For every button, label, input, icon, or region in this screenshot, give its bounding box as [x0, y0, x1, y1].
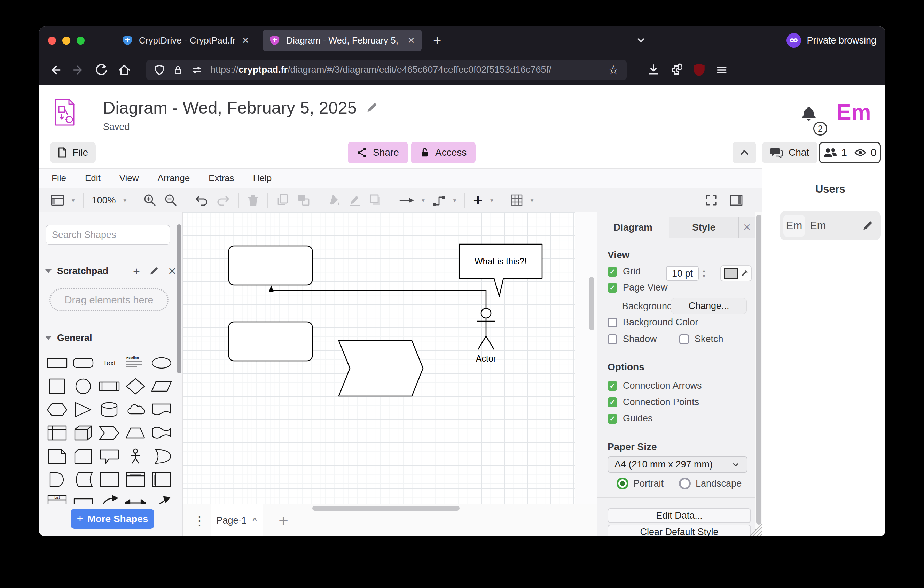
shape-curve[interactable] — [98, 495, 120, 504]
to-back-icon[interactable] — [297, 194, 310, 206]
menu-extras[interactable]: Extras — [208, 173, 234, 183]
list-all-tabs-chevron-icon[interactable] — [633, 33, 648, 48]
zoom-in-icon[interactable] — [144, 194, 157, 207]
shape-actor[interactable] — [124, 448, 147, 465]
canvas-rounded-rect-top[interactable] — [229, 246, 312, 285]
change-background-button[interactable]: Change... — [671, 298, 747, 314]
shape-cube[interactable] — [72, 424, 94, 441]
sidebar-scrollbar[interactable] — [177, 224, 182, 373]
menu-hamburger-icon[interactable] — [715, 63, 728, 77]
permissions-icon[interactable] — [191, 64, 203, 76]
shadow-icon[interactable] — [369, 194, 382, 207]
new-tab-button[interactable]: + — [428, 33, 446, 48]
tab-diagram-active[interactable]: Diagram - Wed, February 5, 202 ✕ — [262, 30, 422, 51]
to-front-icon[interactable] — [276, 194, 289, 206]
menu-file[interactable]: File — [51, 173, 66, 183]
zoom-level[interactable]: 100% — [92, 195, 116, 206]
shape-hexagon[interactable] — [46, 401, 68, 418]
shape-step[interactable] — [98, 424, 120, 441]
shape-square[interactable] — [46, 378, 68, 395]
shape-card[interactable] — [72, 448, 94, 465]
insert-plus-icon[interactable]: + — [473, 195, 483, 205]
grid-size-stepper[interactable]: ▲▼ — [700, 266, 708, 281]
menu-arrange[interactable]: Arrange — [158, 173, 190, 183]
landscape-radio[interactable] — [679, 477, 691, 489]
tab-cryptdrive[interactable]: CryptDrive - CryptPad.fr ✕ — [115, 30, 256, 51]
scratchpad-edit-pencil-icon[interactable] — [149, 266, 159, 276]
canvas-vertical-scrollbar[interactable] — [589, 277, 594, 330]
access-button[interactable]: Access — [411, 142, 475, 164]
shape-and[interactable] — [46, 471, 68, 488]
menu-help[interactable]: Help — [253, 173, 272, 183]
notifications-bell-icon[interactable] — [800, 106, 817, 124]
macos-zoom-button[interactable] — [77, 36, 84, 45]
waypoint-style-icon[interactable] — [432, 194, 446, 207]
url-bar[interactable]: https://cryptpad.fr/diagram/#/3/diagram/… — [146, 59, 627, 81]
user-avatar[interactable]: Em — [783, 215, 805, 237]
clear-default-style-button[interactable]: Clear Default Style — [607, 525, 751, 537]
macos-minimize-button[interactable] — [62, 36, 70, 45]
bookmark-star-icon[interactable]: ☆ — [608, 63, 619, 77]
shape-trapezoid[interactable] — [124, 424, 147, 441]
tab-style[interactable]: Style — [669, 217, 738, 238]
shape-rounded-rectangle[interactable] — [72, 355, 94, 371]
delete-trash-icon[interactable] — [247, 194, 259, 206]
macos-close-button[interactable] — [48, 36, 56, 45]
shape-tape[interactable] — [150, 424, 173, 441]
canvas-step-shape[interactable] — [339, 341, 423, 396]
general-section-header[interactable]: General — [39, 328, 183, 348]
search-input[interactable] — [52, 230, 175, 240]
connection-points-checkbox[interactable]: ✓ — [607, 398, 617, 407]
shape-triangle[interactable] — [72, 401, 94, 418]
grid-color-button[interactable] — [720, 266, 752, 281]
forward-icon[interactable] — [72, 63, 85, 77]
file-menu-button[interactable]: File — [50, 142, 96, 163]
shape-list[interactable]: List — [46, 495, 68, 504]
line-color-icon[interactable] — [348, 194, 361, 207]
shape-textbox[interactable]: Heading — [124, 355, 147, 371]
shape-document[interactable] — [150, 401, 173, 418]
caret-down-icon[interactable]: ▾ — [124, 197, 127, 204]
caret-down-icon[interactable]: ▾ — [531, 197, 534, 204]
shape-arrow[interactable] — [150, 495, 173, 504]
tab-diagram[interactable]: Diagram — [597, 217, 669, 238]
canvas-rounded-rect-bottom[interactable] — [229, 322, 312, 361]
home-icon[interactable] — [118, 63, 131, 77]
view-layout-icon[interactable] — [51, 195, 64, 206]
fullscreen-icon[interactable] — [705, 194, 718, 207]
sketch-checkbox[interactable] — [679, 334, 689, 344]
shape-vertical-container[interactable] — [124, 471, 147, 488]
scratchpad-close-icon[interactable]: ✕ — [168, 265, 177, 277]
connection-arrow-icon[interactable] — [399, 196, 414, 205]
undo-icon[interactable] — [195, 194, 208, 206]
grid-size-input[interactable]: 10 pt — [666, 266, 699, 281]
shape-cylinder[interactable] — [98, 401, 120, 418]
page-view-checkbox[interactable]: ✓ — [607, 283, 617, 292]
shape-note[interactable] — [46, 448, 68, 465]
guides-checkbox[interactable]: ✓ — [607, 414, 617, 424]
shape-ellipse[interactable] — [150, 355, 173, 371]
back-icon[interactable] — [49, 63, 62, 77]
diagram-canvas[interactable]: What is this?! Actor — [183, 213, 597, 504]
format-scrollbar[interactable] — [756, 215, 761, 525]
canvas-connector[interactable] — [271, 290, 486, 308]
edit-user-pencil-icon[interactable] — [862, 220, 873, 231]
shape-internal-storage[interactable] — [46, 424, 68, 441]
add-page-button[interactable]: + — [271, 504, 295, 537]
zoom-out-icon[interactable] — [164, 194, 178, 207]
shape-cloud[interactable] — [124, 401, 147, 418]
downloads-icon[interactable] — [647, 63, 660, 77]
tracking-protection-shield-icon[interactable] — [154, 64, 165, 76]
chat-button[interactable]: Chat — [762, 142, 817, 164]
shape-circle[interactable] — [72, 378, 94, 395]
presence-indicator[interactable]: 1 0 — [819, 142, 881, 164]
tab-close-icon[interactable]: ✕ — [242, 35, 249, 46]
canv as-horizontal-scrollbar[interactable] — [312, 506, 460, 511]
shadow-checkbox[interactable] — [607, 334, 617, 344]
portrait-radio[interactable] — [617, 477, 629, 489]
caret-down-icon[interactable]: ▾ — [72, 197, 75, 204]
caret-down-icon[interactable]: ▾ — [453, 197, 456, 204]
shape-text[interactable]: Text — [98, 355, 120, 371]
background-color-checkbox[interactable] — [607, 318, 617, 327]
scratchpad-section-header[interactable]: Scratchpad + ✕ — [39, 261, 183, 281]
